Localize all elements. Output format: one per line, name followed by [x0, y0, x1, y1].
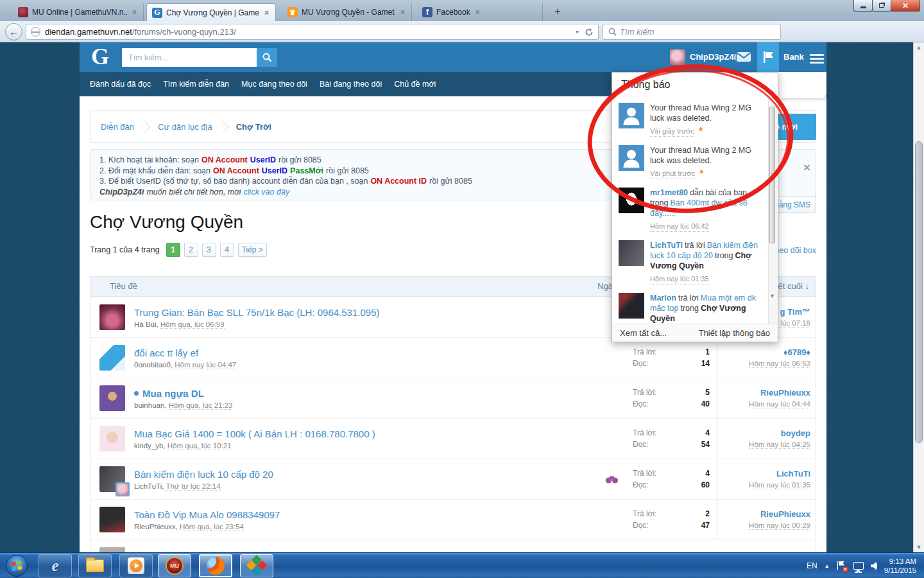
taskbar-clock[interactable]: 9:13 AM 9/11/2015 — [884, 557, 919, 575]
view-all-alerts-link[interactable]: Xem tất cả... — [620, 328, 667, 338]
minimize-button[interactable] — [853, 0, 873, 12]
alert-item[interactable]: LichTuTitrả lờiBán kiếm điện luck 10 cấp… — [612, 234, 768, 287]
thread-date[interactable]: Hôm qua, lúc 06:59 — [160, 320, 225, 329]
bank-link[interactable]: Bank — [783, 52, 804, 62]
nav-new-posts[interactable]: Chủ đề mới — [394, 80, 436, 89]
next-page-button[interactable]: Tiếp > — [238, 243, 267, 257]
close-button[interactable]: ✕ — [891, 0, 920, 12]
breadcrumb-current[interactable]: Chợ Trời — [236, 122, 271, 132]
last-poster-link[interactable]: ♦6789♦ — [718, 347, 810, 357]
hidden-icons-arrow-icon[interactable]: ▲ — [825, 563, 830, 569]
new-tab-button[interactable]: + — [549, 5, 566, 19]
nav-watched-forums[interactable]: Mục đang theo dõi — [241, 80, 307, 89]
thread-author[interactable]: RieuPhieuxx, — [134, 523, 178, 530]
alert-username-link[interactable]: LichTuTi — [650, 241, 683, 250]
page-1-button[interactable]: 1 — [166, 243, 180, 257]
thread-author[interactable]: kindy_yb, — [134, 442, 166, 450]
thread-date[interactable]: Hôm qua, lúc 10:21 — [167, 442, 232, 450]
thread-avatar[interactable] — [99, 385, 125, 411]
forum-search-button[interactable] — [257, 48, 277, 67]
start-button[interactable] — [6, 555, 28, 577]
tab-facebook[interactable]: f Facebook × — [417, 3, 543, 21]
thread-avatar[interactable] — [99, 466, 125, 492]
notice-detail-link[interactable]: click vào đây — [244, 188, 290, 197]
thread-avatar[interactable] — [99, 507, 125, 532]
thread-author[interactable]: Hà Bùi, — [134, 320, 158, 328]
alert-username-link[interactable]: mr1met80 — [650, 188, 688, 197]
volume-icon[interactable] — [871, 562, 877, 570]
nav-search-forum[interactable]: Tìm kiếm diễn đàn — [163, 80, 229, 89]
reload-icon[interactable] — [585, 28, 594, 37]
thread-avatar[interactable] — [99, 304, 125, 330]
last-post-date[interactable]: Hôm nay lúc 04:44 — [749, 400, 810, 408]
thread-author[interactable]: buinhuan, — [134, 401, 167, 409]
breadcrumb-category[interactable]: Cư dân lục địa — [158, 122, 212, 132]
last-post-date[interactable]: Hôm nay lúc 01:35 — [749, 481, 810, 489]
alert-time[interactable]: Hôm nay lúc 06:42 — [650, 221, 709, 232]
scroll-up-arrow-icon[interactable]: ▲ — [914, 44, 924, 51]
thread-title-link[interactable]: Toàn Đồ Vip Mua Alo 0988349097 — [134, 509, 625, 520]
thread-date[interactable]: Hôm qua, lúc 23:54 — [180, 523, 244, 531]
alerts-flag-button[interactable] — [757, 42, 779, 72]
taskbar-avg-button[interactable] — [240, 554, 273, 577]
taskbar-ie-button[interactable]: e — [38, 554, 72, 577]
tab-cho-vuong-quyen[interactable]: G Chợ Vương Quyền | Game ... × — [146, 3, 276, 21]
last-post-date[interactable]: Hôm nay lúc 04:25 — [749, 441, 810, 449]
alert-time[interactable]: Hôm nay lúc 01:35 — [650, 274, 709, 285]
alert-item[interactable]: mr1met80dẫn bài của bạn trongBán 400mt đ… — [612, 182, 768, 234]
taskbar-media-player-button[interactable] — [119, 554, 153, 577]
page-3-button[interactable]: 3 — [202, 243, 216, 257]
last-post-date[interactable]: Hôm nay lúc 00:29 — [749, 521, 810, 530]
user-avatar[interactable] — [670, 49, 685, 65]
notice-close-icon[interactable]: × — [803, 161, 810, 175]
last-poster-link[interactable]: RieuPhieuxx — [718, 509, 810, 519]
username[interactable]: ChipD3pZ4i — [690, 52, 736, 62]
tab-close-icon[interactable]: × — [263, 8, 270, 17]
alerts-scrollbar-thumb[interactable] — [769, 107, 775, 243]
thread-avatar[interactable] — [99, 345, 125, 371]
alert-time[interactable]: Vài giây trước — [650, 126, 694, 137]
taskbar-mu-game-button[interactable]: MU — [158, 554, 191, 577]
nav-mark-read[interactable]: Đánh dấu đã đọc — [90, 80, 151, 89]
thread-title-link[interactable]: Trung Gian: Bán Bạc SLL 75n/1k Bạc (LH: … — [134, 307, 625, 318]
page-2-button[interactable]: 2 — [184, 243, 198, 257]
tab-close-icon[interactable]: × — [399, 8, 406, 17]
forum-logo[interactable]: G — [91, 43, 109, 70]
scroll-down-arrow-icon[interactable]: ▼ — [914, 544, 924, 550]
page-4-button[interactable]: 4 — [220, 243, 234, 257]
alert-item[interactable]: Marlontrả lờiMua một em dk mắc toptrongC… — [612, 287, 768, 324]
action-center-flag-icon[interactable]: ✕ — [837, 561, 846, 571]
thread-title-link[interactable]: Bán kiếm điện luck 10 cấp độ 20 — [134, 469, 605, 480]
taskbar-firefox-button[interactable] — [199, 554, 232, 577]
url-dropdown-icon[interactable]: ▾ — [576, 28, 579, 35]
taskbar-explorer-button[interactable] — [78, 554, 112, 577]
alert-time[interactable]: Vài phút trước — [650, 168, 695, 179]
thread-date[interactable]: Thứ tư lúc 22:14 — [166, 482, 220, 491]
thread-avatar[interactable] — [99, 547, 125, 552]
thread-title-link[interactable]: Mua ngựa DL — [142, 388, 204, 399]
thread-avatar[interactable] — [99, 426, 125, 451]
forum-menu-icon[interactable] — [810, 52, 824, 66]
restore-button[interactable] — [872, 0, 891, 12]
alert-item[interactable]: Your thread Mua Wing 2 MG luck was delet… — [612, 97, 768, 139]
last-poster-link[interactable]: RieuPhieuxx — [718, 388, 810, 398]
thread-title-link[interactable]: đổi acc tt lấy ef — [134, 347, 625, 358]
nav-watched-threads[interactable]: Bài đang theo dõi — [320, 80, 382, 89]
alert-settings-link[interactable]: Thiết lập thông báo — [699, 328, 770, 338]
alert-item[interactable]: Your thread Mua Wing 2 MG luck was delet… — [612, 139, 768, 182]
last-poster-link[interactable]: boydep — [718, 428, 810, 438]
thread-date[interactable]: Hôm nay lúc 04:47 — [175, 361, 236, 369]
browser-search-input[interactable] — [620, 27, 775, 37]
browser-search-box[interactable] — [603, 24, 781, 40]
thread-author[interactable]: LichTuTi, — [134, 482, 164, 490]
thread-date[interactable]: Hôm qua, lúc 21:23 — [169, 401, 233, 410]
alert-username-link[interactable]: Marlon — [650, 293, 676, 302]
scroll-down-arrow-icon[interactable]: ▼ — [769, 293, 775, 299]
back-button[interactable]: ← — [5, 23, 22, 40]
tab-mu-online[interactable]: MU Online | GamethuVN.n... × — [13, 3, 144, 21]
network-icon[interactable] — [853, 562, 864, 570]
last-poster-link[interactable]: LichTuTi — [718, 469, 810, 478]
url-bar[interactable]: diendan.gamethuvn.net/forums/ch-vuong-qu… — [26, 24, 599, 40]
tab-close-icon[interactable]: × — [474, 8, 481, 17]
header-title[interactable]: Tiêu đề — [110, 281, 137, 291]
